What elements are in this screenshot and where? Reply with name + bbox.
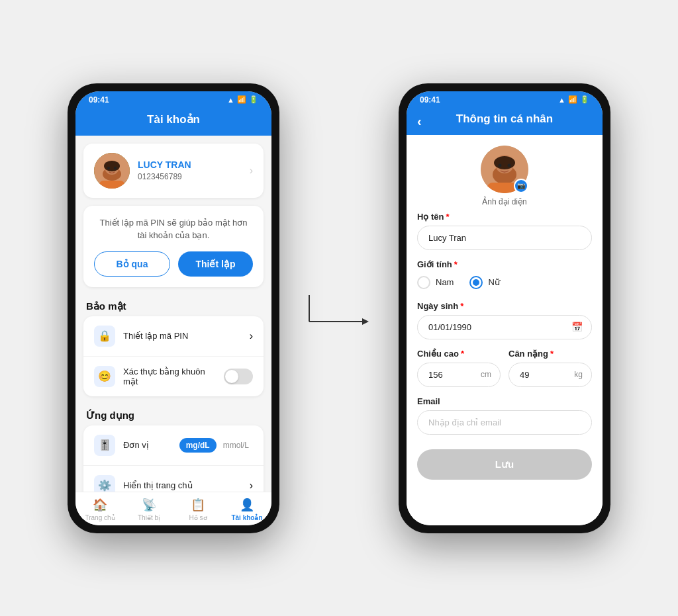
nav-account-icon: 👤 xyxy=(240,498,254,512)
face-icon: 😊 xyxy=(94,366,115,387)
pin-list-item[interactable]: 🔒 Thiết lập mã PIN › xyxy=(83,316,264,357)
battery-icon: 🔋 xyxy=(249,95,258,104)
nav-home[interactable]: 🏠 Trang chủ xyxy=(75,498,124,521)
face-toggle-container xyxy=(224,369,253,384)
face-toggle[interactable] xyxy=(224,369,253,384)
back-button[interactable]: ‹ xyxy=(417,113,422,128)
fullname-input[interactable] xyxy=(417,226,592,250)
fullname-required: * xyxy=(446,212,450,222)
right-signal-icon: ▲ xyxy=(558,96,565,104)
home-display-label: Hiển thị trang chủ xyxy=(123,480,242,490)
email-input[interactable] xyxy=(417,410,592,435)
profile-info: LUCY TRAN 0123456789 xyxy=(138,159,242,181)
gender-nu-circle xyxy=(469,276,483,289)
nav-account-label: Tài khoản xyxy=(231,514,262,521)
app-list: 🎚️ Đơn vị mg/dL mmol/L ⚙️ Hiển thị trang… xyxy=(83,425,264,492)
nav-account[interactable]: 👤 Tài khoản xyxy=(222,498,271,521)
pin-description: Thiết lập mã PIN sẽ giúp bảo mật hơn tài… xyxy=(94,216,253,242)
skip-button[interactable]: Bỏ qua xyxy=(94,251,170,277)
fullname-group: Họ tên * xyxy=(417,212,592,250)
mgdl-unit[interactable]: mg/dL xyxy=(179,438,217,453)
svg-rect-6 xyxy=(99,181,124,189)
dob-label: Ngày sinh * xyxy=(417,301,592,311)
home-display-item[interactable]: ⚙️ Hiển thị trang chủ › xyxy=(83,466,264,492)
mmoll-unit[interactable]: mmol/L xyxy=(219,438,253,453)
left-avatar xyxy=(94,153,130,189)
nav-home-icon: 🏠 xyxy=(93,498,107,512)
save-button[interactable]: Lưu xyxy=(417,449,592,480)
height-input-container: cm xyxy=(417,363,501,387)
scene: 09:41 ▲ 📶 🔋 Tài khoản xyxy=(68,83,610,533)
lock-icon: 🔒 xyxy=(94,326,115,347)
svg-point-15 xyxy=(508,163,511,167)
fullname-label: Họ tên * xyxy=(417,212,592,222)
left-header: Tài khoản xyxy=(75,107,271,136)
profile-chevron-icon: › xyxy=(250,165,253,177)
home-display-icon: ⚙️ xyxy=(94,475,115,492)
avatar-section: 📷 Ảnh đại diện xyxy=(407,135,603,212)
gender-nam-circle xyxy=(417,276,430,289)
nav-profile[interactable]: 📋 Hồ sơ xyxy=(173,498,222,521)
svg-point-4 xyxy=(107,167,110,169)
gender-nu[interactable]: Nữ xyxy=(469,276,499,289)
weight-label: Cân nặng * xyxy=(508,349,592,359)
gender-required: * xyxy=(454,259,458,269)
svg-point-13 xyxy=(494,156,515,169)
right-header: ‹ Thông tin cá nhân xyxy=(407,107,603,135)
left-screen-content: LUCY TRAN 0123456789 › Thiết lập mã PIN … xyxy=(75,136,271,492)
right-screen-content: 📷 Ảnh đại diện Họ tên * xyxy=(407,135,603,525)
dob-input-container: 📅 xyxy=(417,315,592,339)
email-label: Email xyxy=(417,396,592,406)
right-header-title: Thông tin cá nhân xyxy=(456,112,553,125)
signal-icon: ▲ xyxy=(227,96,234,104)
gender-nam[interactable]: Nam xyxy=(417,276,454,289)
profile-card[interactable]: LUCY TRAN 0123456789 › xyxy=(83,144,264,198)
gender-group: Giới tính * Nam xyxy=(417,259,592,292)
right-status-icons: ▲ 📶 🔋 xyxy=(558,95,589,104)
pin-chevron-icon: › xyxy=(250,330,253,342)
gender-nam-label: Nam xyxy=(436,277,454,287)
height-unit: cm xyxy=(481,370,491,379)
unit-list-item: 🎚️ Đơn vị mg/dL mmol/L xyxy=(83,425,264,466)
left-status-icons: ▲ 📶 🔋 xyxy=(227,95,258,104)
calendar-icon: 📅 xyxy=(571,322,583,332)
setup-button[interactable]: Thiết lập xyxy=(178,251,253,277)
dob-input[interactable] xyxy=(417,315,592,339)
dob-group: Ngày sinh * 📅 xyxy=(417,301,592,339)
right-avatar[interactable]: 📷 xyxy=(481,146,528,193)
unit-label: Đơn vị xyxy=(123,440,171,450)
dob-required: * xyxy=(460,301,463,311)
right-phone: 09:41 ▲ 📶 🔋 ‹ Thông tin cá nhân xyxy=(399,83,610,533)
bottom-nav: 🏠 Trang chủ 📡 Thiết bị 📋 Hồ sơ 👤 Tài kho… xyxy=(75,492,271,525)
camera-badge[interactable]: 📷 xyxy=(514,179,528,193)
left-time: 09:41 xyxy=(89,95,109,105)
nav-profile-label: Hồ sơ xyxy=(189,514,207,521)
weight-group: Cân nặng * kg xyxy=(508,349,592,387)
right-phone-inner: 09:41 ▲ 📶 🔋 ‹ Thông tin cá nhân xyxy=(407,91,603,525)
app-section-label: Ứng dụng xyxy=(75,404,271,425)
pin-item-label: Thiết lập mã PIN xyxy=(123,331,242,341)
pin-section: Thiết lập mã PIN sẽ giúp bảo mật hơn tài… xyxy=(83,206,264,287)
nav-device[interactable]: 📡 Thiết bị xyxy=(124,498,173,521)
gender-nu-inner xyxy=(473,279,479,286)
height-group: Chiều cao * cm xyxy=(417,349,501,387)
security-section-label: Bảo mật xyxy=(75,295,271,316)
weight-input-container: kg xyxy=(508,363,592,387)
pin-chevron: › xyxy=(250,330,253,342)
svg-point-5 xyxy=(114,167,117,169)
email-group: Email xyxy=(417,396,592,435)
avatar-label: Ảnh đại diện xyxy=(482,197,526,206)
nav-device-label: Thiết bị xyxy=(138,514,160,521)
height-weight-row: Chiều cao * cm Cân nặng * xyxy=(417,349,592,396)
weight-unit: kg xyxy=(574,370,583,379)
left-status-bar: 09:41 ▲ 📶 🔋 xyxy=(75,91,271,107)
arrow-svg xyxy=(306,282,372,335)
nav-device-icon: 📡 xyxy=(142,498,156,512)
right-battery-icon: 🔋 xyxy=(580,95,589,104)
svg-point-14 xyxy=(499,163,502,167)
gender-label: Giới tính * xyxy=(417,259,592,269)
left-phone-inner: 09:41 ▲ 📶 🔋 Tài khoản xyxy=(75,91,271,525)
face-auth-list-item[interactable]: 😊 Xác thực bằng khuôn mặt xyxy=(83,357,264,396)
face-auth-label: Xác thực bằng khuôn mặt xyxy=(123,367,216,386)
home-display-chevron: › xyxy=(250,480,253,492)
